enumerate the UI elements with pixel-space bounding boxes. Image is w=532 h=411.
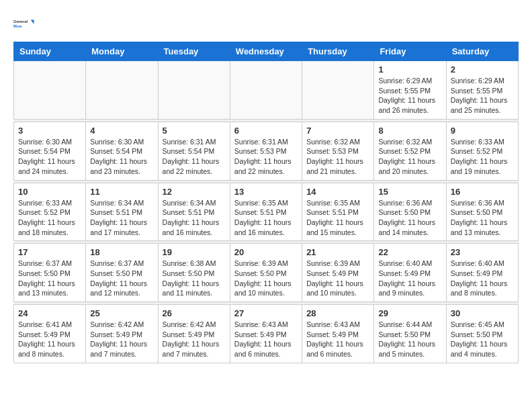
day-info: Sunrise: 6:36 AM Sunset: 5:50 PM Dayligh… <box>451 198 514 238</box>
day-number: 23 <box>451 247 514 257</box>
calendar-cell: 23Sunrise: 6:40 AM Sunset: 5:49 PM Dayli… <box>446 244 518 302</box>
calendar-cell: 13Sunrise: 6:35 AM Sunset: 5:51 PM Dayli… <box>230 183 302 241</box>
calendar-cell: 8Sunrise: 6:32 AM Sunset: 5:52 PM Daylig… <box>374 122 446 180</box>
calendar-cell: 14Sunrise: 6:35 AM Sunset: 5:51 PM Dayli… <box>302 183 374 241</box>
calendar-cell: 19Sunrise: 6:38 AM Sunset: 5:50 PM Dayli… <box>158 244 230 302</box>
weekday-header-monday: Monday <box>86 42 158 61</box>
calendar-week-5: 24Sunrise: 6:41 AM Sunset: 5:49 PM Dayli… <box>14 305 519 363</box>
day-number: 21 <box>306 247 369 257</box>
svg-text:Blue: Blue <box>13 24 21 28</box>
day-number: 8 <box>378 126 441 136</box>
calendar-cell <box>302 61 374 120</box>
svg-text:General: General <box>13 19 28 24</box>
day-info: Sunrise: 6:31 AM Sunset: 5:53 PM Dayligh… <box>234 137 298 177</box>
day-number: 20 <box>234 247 298 257</box>
logo: GeneralBlue <box>13 13 35 35</box>
day-info: Sunrise: 6:33 AM Sunset: 5:52 PM Dayligh… <box>18 198 81 238</box>
day-info: Sunrise: 6:45 AM Sunset: 5:50 PM Dayligh… <box>451 320 514 359</box>
day-number: 9 <box>451 126 514 136</box>
day-number: 16 <box>451 187 514 197</box>
day-info: Sunrise: 6:29 AM Sunset: 5:55 PM Dayligh… <box>451 76 514 116</box>
calendar-cell: 17Sunrise: 6:37 AM Sunset: 5:50 PM Dayli… <box>14 244 86 302</box>
day-number: 11 <box>90 187 153 197</box>
day-number: 10 <box>18 187 81 197</box>
calendar-cell: 28Sunrise: 6:43 AM Sunset: 5:49 PM Dayli… <box>302 305 374 363</box>
day-info: Sunrise: 6:32 AM Sunset: 5:53 PM Dayligh… <box>306 137 369 177</box>
day-info: Sunrise: 6:39 AM Sunset: 5:49 PM Dayligh… <box>306 259 369 298</box>
day-info: Sunrise: 6:37 AM Sunset: 5:50 PM Dayligh… <box>18 259 81 298</box>
calendar-cell: 21Sunrise: 6:39 AM Sunset: 5:49 PM Dayli… <box>302 244 374 302</box>
calendar-cell: 10Sunrise: 6:33 AM Sunset: 5:52 PM Dayli… <box>14 183 86 241</box>
calendar-cell <box>158 61 230 120</box>
calendar-cell <box>86 61 158 120</box>
day-number: 2 <box>451 64 514 75</box>
day-number: 29 <box>378 308 441 318</box>
day-number: 24 <box>18 308 81 318</box>
calendar-week-3: 10Sunrise: 6:33 AM Sunset: 5:52 PM Dayli… <box>14 183 519 241</box>
calendar-cell: 25Sunrise: 6:42 AM Sunset: 5:49 PM Dayli… <box>86 305 158 363</box>
day-number: 14 <box>306 187 369 197</box>
day-info: Sunrise: 6:30 AM Sunset: 5:54 PM Dayligh… <box>18 137 81 177</box>
day-info: Sunrise: 6:37 AM Sunset: 5:50 PM Dayligh… <box>90 259 153 298</box>
calendar-cell: 20Sunrise: 6:39 AM Sunset: 5:50 PM Dayli… <box>230 244 302 302</box>
day-info: Sunrise: 6:42 AM Sunset: 5:49 PM Dayligh… <box>163 320 226 359</box>
calendar-cell: 30Sunrise: 6:45 AM Sunset: 5:50 PM Dayli… <box>446 305 518 363</box>
calendar-cell: 11Sunrise: 6:34 AM Sunset: 5:51 PM Dayli… <box>86 183 158 241</box>
day-info: Sunrise: 6:43 AM Sunset: 5:49 PM Dayligh… <box>234 320 298 359</box>
logo-icon: GeneralBlue <box>13 13 35 35</box>
day-info: Sunrise: 6:29 AM Sunset: 5:55 PM Dayligh… <box>378 76 441 116</box>
day-number: 6 <box>234 126 298 136</box>
day-info: Sunrise: 6:42 AM Sunset: 5:49 PM Dayligh… <box>90 320 153 359</box>
weekday-header-tuesday: Tuesday <box>158 42 230 61</box>
day-number: 22 <box>378 247 441 257</box>
calendar-cell: 4Sunrise: 6:30 AM Sunset: 5:54 PM Daylig… <box>86 122 158 180</box>
day-info: Sunrise: 6:31 AM Sunset: 5:54 PM Dayligh… <box>163 137 226 177</box>
calendar-week-2: 3Sunrise: 6:30 AM Sunset: 5:54 PM Daylig… <box>14 122 519 180</box>
day-number: 17 <box>18 247 81 257</box>
calendar-header-row: SundayMondayTuesdayWednesdayThursdayFrid… <box>14 42 519 61</box>
svg-marker-2 <box>31 19 34 24</box>
calendar-cell <box>230 61 302 120</box>
day-info: Sunrise: 6:44 AM Sunset: 5:50 PM Dayligh… <box>378 320 441 359</box>
calendar-cell: 22Sunrise: 6:40 AM Sunset: 5:49 PM Dayli… <box>374 244 446 302</box>
calendar-cell: 16Sunrise: 6:36 AM Sunset: 5:50 PM Dayli… <box>446 183 518 241</box>
day-info: Sunrise: 6:43 AM Sunset: 5:49 PM Dayligh… <box>306 320 369 359</box>
day-info: Sunrise: 6:35 AM Sunset: 5:51 PM Dayligh… <box>306 198 369 238</box>
weekday-header-saturday: Saturday <box>446 42 518 61</box>
day-info: Sunrise: 6:40 AM Sunset: 5:49 PM Dayligh… <box>451 259 514 298</box>
calendar-cell: 18Sunrise: 6:37 AM Sunset: 5:50 PM Dayli… <box>86 244 158 302</box>
day-number: 25 <box>90 308 153 318</box>
page-header: GeneralBlue <box>13 13 519 35</box>
weekday-header-thursday: Thursday <box>302 42 374 61</box>
weekday-header-wednesday: Wednesday <box>230 42 302 61</box>
calendar-cell: 12Sunrise: 6:34 AM Sunset: 5:51 PM Dayli… <box>158 183 230 241</box>
day-number: 5 <box>163 126 226 136</box>
day-number: 27 <box>234 308 298 318</box>
day-number: 28 <box>306 308 369 318</box>
day-number: 19 <box>163 247 226 257</box>
day-number: 7 <box>306 126 369 136</box>
day-number: 18 <box>90 247 153 257</box>
day-info: Sunrise: 6:33 AM Sunset: 5:52 PM Dayligh… <box>451 137 514 177</box>
calendar-cell: 2Sunrise: 6:29 AM Sunset: 5:55 PM Daylig… <box>446 61 518 120</box>
calendar-week-1: 1Sunrise: 6:29 AM Sunset: 5:55 PM Daylig… <box>14 61 519 120</box>
calendar-cell: 6Sunrise: 6:31 AM Sunset: 5:53 PM Daylig… <box>230 122 302 180</box>
calendar-cell: 5Sunrise: 6:31 AM Sunset: 5:54 PM Daylig… <box>158 122 230 180</box>
day-number: 13 <box>234 187 298 197</box>
calendar-cell <box>14 61 86 120</box>
calendar-cell: 27Sunrise: 6:43 AM Sunset: 5:49 PM Dayli… <box>230 305 302 363</box>
calendar-table: SundayMondayTuesdayWednesdayThursdayFrid… <box>13 42 519 363</box>
day-info: Sunrise: 6:34 AM Sunset: 5:51 PM Dayligh… <box>90 198 153 238</box>
day-number: 26 <box>163 308 226 318</box>
calendar-week-4: 17Sunrise: 6:37 AM Sunset: 5:50 PM Dayli… <box>14 244 519 302</box>
day-info: Sunrise: 6:39 AM Sunset: 5:50 PM Dayligh… <box>234 259 298 298</box>
day-number: 15 <box>378 187 441 197</box>
day-info: Sunrise: 6:36 AM Sunset: 5:50 PM Dayligh… <box>378 198 441 238</box>
day-info: Sunrise: 6:30 AM Sunset: 5:54 PM Dayligh… <box>90 137 153 177</box>
calendar-cell: 15Sunrise: 6:36 AM Sunset: 5:50 PM Dayli… <box>374 183 446 241</box>
day-number: 1 <box>378 64 441 75</box>
calendar-cell: 7Sunrise: 6:32 AM Sunset: 5:53 PM Daylig… <box>302 122 374 180</box>
day-info: Sunrise: 6:38 AM Sunset: 5:50 PM Dayligh… <box>163 259 226 298</box>
weekday-header-friday: Friday <box>374 42 446 61</box>
day-info: Sunrise: 6:40 AM Sunset: 5:49 PM Dayligh… <box>378 259 441 298</box>
